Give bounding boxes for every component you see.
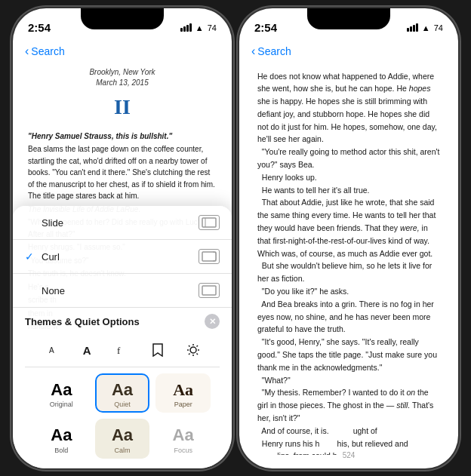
status-bar-left: 2:54 ▲ 74	[13, 8, 232, 41]
curl-text: Curl	[42, 251, 60, 263]
large-a-label: A	[83, 344, 91, 357]
back-button-right[interactable]: ‹ Search	[251, 45, 291, 58]
theme-card-bold[interactable]: Aa Bold	[34, 419, 89, 458]
theme-original-label: Original	[42, 401, 82, 408]
theme-bold-aa: Aa	[42, 426, 82, 444]
curl-label: ✓ Curl	[25, 250, 60, 263]
status-icons-right: ▲ 74	[407, 23, 443, 32]
nav-bar-right: ‹ Search	[239, 41, 458, 61]
font-small-button[interactable]: A	[38, 339, 65, 361]
theme-original-aa: Aa	[42, 381, 82, 399]
theme-paper-aa: Aa	[163, 381, 203, 399]
theme-card-calm[interactable]: Aa Calm	[95, 419, 150, 458]
right-para-12: And of course, it is. ught of	[257, 425, 440, 438]
themes-header: Themes & Quiet Options ✕	[25, 314, 220, 329]
page-number: 524	[343, 451, 356, 459]
slide-text: Slide	[42, 217, 63, 229]
battery-right: 74	[434, 23, 443, 32]
font-style-button[interactable]: f	[109, 339, 136, 361]
back-arrow-left: ‹	[25, 45, 29, 58]
time-right: 2:54	[254, 21, 277, 34]
right-para-3: Henry looks up.	[257, 171, 440, 184]
right-para-5: That about Addie, just like he wrote, th…	[257, 196, 440, 259]
book-location: Brooklyn, New YorkMarch 13, 2015	[28, 67, 217, 88]
theme-quiet-inner: Aa Quiet	[97, 375, 149, 411]
svg-rect-2	[202, 252, 216, 261]
theme-paper-label: Paper	[163, 401, 203, 408]
theme-paper-inner: Aa Paper	[157, 375, 209, 411]
back-label-right: Search	[257, 45, 291, 57]
none-text: None	[42, 285, 65, 296]
svg-line-11	[196, 354, 198, 355]
none-item: None	[25, 281, 220, 299]
right-para-11: "My thesis. Remember? I wanted to do it …	[257, 386, 440, 424]
slide-icon	[199, 215, 220, 230]
curl-item: ✓ Curl	[25, 247, 220, 266]
font-icon: f	[115, 343, 129, 357]
svg-line-13	[189, 354, 190, 355]
svg-line-12	[196, 345, 198, 347]
right-para-10: "What?"	[257, 374, 440, 387]
sun-icon	[186, 343, 200, 357]
none-row[interactable]: None	[13, 274, 232, 308]
nav-bar-left: ‹ Search	[13, 41, 232, 61]
right-para-4: He wants to tell her it's all true.	[257, 184, 440, 197]
book-chapter: II	[28, 91, 217, 123]
curl-check: ✓	[25, 250, 37, 263]
svg-rect-3	[202, 286, 216, 295]
svg-text:f: f	[117, 345, 121, 356]
font-large-button[interactable]: A	[73, 339, 100, 361]
bookmark-button[interactable]	[144, 339, 171, 361]
slide-row[interactable]: Slide	[13, 206, 232, 240]
panel-overlay: Slide ✓ Curl	[13, 206, 232, 468]
wifi-icon-right: ▲	[422, 23, 430, 32]
theme-card-focus[interactable]: Aa Focus	[155, 419, 211, 458]
right-para-1: He does not know what happened to Addie,…	[257, 70, 440, 146]
theme-original-inner: Aa Original	[35, 375, 88, 411]
signal-icon-right	[407, 23, 418, 32]
right-para-2: "You're really going to method actor thi…	[257, 146, 440, 171]
time-left: 2:54	[28, 21, 51, 34]
themes-section: Themes & Quiet Options ✕ A A f	[13, 308, 232, 468]
theme-cards-grid: Aa Original Aa Quiet Aa Paper	[25, 367, 220, 464]
right-para-9: "It's good, Henry," she says. "It's real…	[257, 336, 440, 373]
theme-calm-aa: Aa	[103, 426, 143, 444]
theme-card-original[interactable]: Aa Original	[34, 373, 89, 413]
svg-rect-0	[202, 218, 216, 227]
right-phone: 2:54 ▲ 74 ‹ Search He does not know what	[239, 8, 458, 468]
small-a-label: A	[49, 346, 54, 355]
right-para-8: And Bea breaks into a grin. There is no …	[257, 298, 440, 336]
themes-close-button[interactable]: ✕	[205, 314, 220, 329]
svg-point-5	[190, 347, 196, 353]
slide-item: Slide	[25, 213, 220, 232]
svg-line-10	[189, 345, 190, 347]
bookmark-icon	[152, 343, 163, 357]
curl-row[interactable]: ✓ Curl	[13, 240, 232, 274]
theme-quiet-label: Quiet	[103, 401, 143, 408]
reading-toolbar: A A f	[25, 333, 220, 367]
slide-label: Slide	[25, 217, 63, 229]
battery-left: 74	[208, 23, 217, 32]
theme-bold-label: Bold	[42, 447, 82, 454]
back-button-left[interactable]: ‹ Search	[25, 45, 65, 58]
back-arrow-right: ‹	[251, 45, 255, 58]
theme-quiet-aa: Aa	[103, 381, 143, 399]
back-label-left: Search	[31, 45, 64, 57]
left-phone: 2:54 ▲ 74 ‹ Search Brooklyn, Ne	[13, 8, 232, 468]
theme-card-quiet[interactable]: Aa Quiet	[95, 373, 150, 413]
right-para-6: But she wouldn't believe him, so he lets…	[257, 259, 440, 285]
right-para-7: "Do you like it?" he asks.	[257, 285, 440, 298]
themes-title: Themes & Quiet Options	[25, 316, 140, 327]
status-icons-left: ▲ 74	[180, 23, 217, 32]
theme-calm-inner: Aa Calm	[97, 420, 149, 456]
none-label: None	[25, 285, 65, 296]
brightness-button[interactable]	[180, 339, 207, 361]
theme-card-paper[interactable]: Aa Paper	[155, 373, 211, 413]
book-header: Brooklyn, New YorkMarch 13, 2015 II	[28, 67, 217, 123]
theme-calm-label: Calm	[103, 447, 143, 454]
theme-bold-inner: Aa Bold	[35, 420, 88, 456]
signal-icon	[180, 23, 192, 32]
theme-focus-inner: Aa Focus	[157, 420, 209, 456]
wifi-icon: ▲	[195, 23, 204, 32]
curl-icon	[199, 249, 220, 264]
